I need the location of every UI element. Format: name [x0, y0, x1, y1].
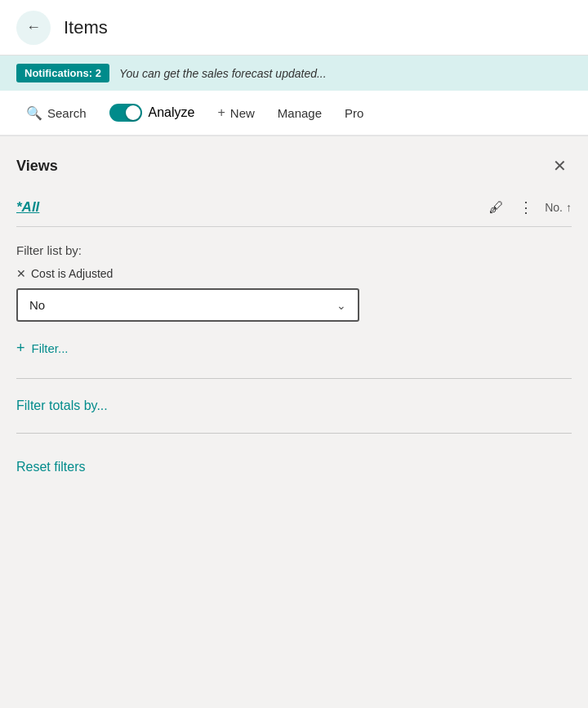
filter-dropdown[interactable]: No ⌄: [16, 288, 359, 322]
add-filter-button[interactable]: + Filter...: [16, 335, 69, 362]
divider-2: [16, 433, 572, 434]
sort-indicator: No. ↑: [545, 201, 572, 214]
back-button[interactable]: ←: [16, 11, 51, 45]
view-row: *All 🖋 ⋮ No. ↑: [16, 189, 572, 227]
toggle-thumb: [126, 105, 140, 120]
reset-filters-button[interactable]: Reset filters: [16, 456, 85, 478]
toolbar: 🔍 Search Analyze + New Manage Pro: [0, 91, 588, 136]
views-panel: Views ✕ *All 🖋 ⋮ No. ↑ Fi: [16, 153, 572, 478]
close-views-button[interactable]: ✕: [548, 153, 572, 179]
divider-1: [16, 378, 572, 379]
filter-totals-button[interactable]: Filter totals by...: [16, 395, 108, 416]
chevron-down-icon: ⌄: [336, 299, 346, 312]
filter-section-label: Filter list by:: [16, 243, 572, 257]
reset-filters-label: Reset filters: [16, 460, 85, 474]
header: ← Items: [0, 0, 588, 56]
filter-section: Filter list by: ✕ Cost is Adjusted No ⌄ …: [16, 243, 572, 362]
manage-button[interactable]: Manage: [268, 100, 332, 127]
close-icon: ✕: [553, 157, 567, 175]
more-options-button[interactable]: ⋮: [515, 195, 537, 220]
views-title: Views: [16, 158, 58, 175]
sort-direction-icon: ↑: [566, 201, 572, 214]
search-icon: 🔍: [26, 105, 42, 121]
pro-button[interactable]: Pro: [335, 100, 373, 127]
save-icon: 🖋: [489, 199, 504, 216]
analyze-label: Analyze: [149, 105, 195, 120]
filter-tag-text: Cost is Adjusted: [31, 267, 113, 280]
new-button[interactable]: + New: [207, 99, 264, 127]
analyze-toggle-wrapper[interactable]: Analyze: [100, 97, 205, 128]
notification-bar: Notifications: 2 You can get the sales f…: [0, 56, 588, 91]
active-view-label[interactable]: *All: [16, 199, 39, 216]
notification-badge: Notifications: 2: [16, 64, 109, 82]
filter-totals-label: Filter totals by...: [16, 399, 108, 412]
filter-tag: ✕ Cost is Adjusted: [16, 267, 572, 280]
new-label: New: [230, 106, 255, 120]
search-button[interactable]: 🔍 Search: [16, 99, 96, 127]
sort-field: No.: [545, 201, 563, 214]
remove-filter-button[interactable]: ✕: [16, 267, 26, 280]
analyze-toggle[interactable]: [109, 104, 142, 122]
pro-label: Pro: [345, 106, 363, 120]
filter-dropdown-value: No: [29, 298, 45, 312]
manage-label: Manage: [278, 106, 322, 120]
notification-message: You can get the sales forecast updated..…: [119, 67, 327, 80]
search-label: Search: [47, 106, 87, 120]
more-icon: ⋮: [519, 199, 533, 216]
add-filter-plus-icon: +: [16, 340, 25, 357]
page-title: Items: [64, 17, 108, 38]
plus-icon: +: [217, 105, 225, 120]
back-icon: ←: [26, 19, 41, 36]
views-header: Views ✕: [16, 153, 572, 179]
view-actions: 🖋 ⋮ No. ↑: [486, 195, 572, 220]
add-filter-label: Filter...: [32, 341, 69, 355]
save-view-button[interactable]: 🖋: [486, 196, 507, 220]
main-content: Views ✕ *All 🖋 ⋮ No. ↑ Fi: [0, 136, 588, 626]
